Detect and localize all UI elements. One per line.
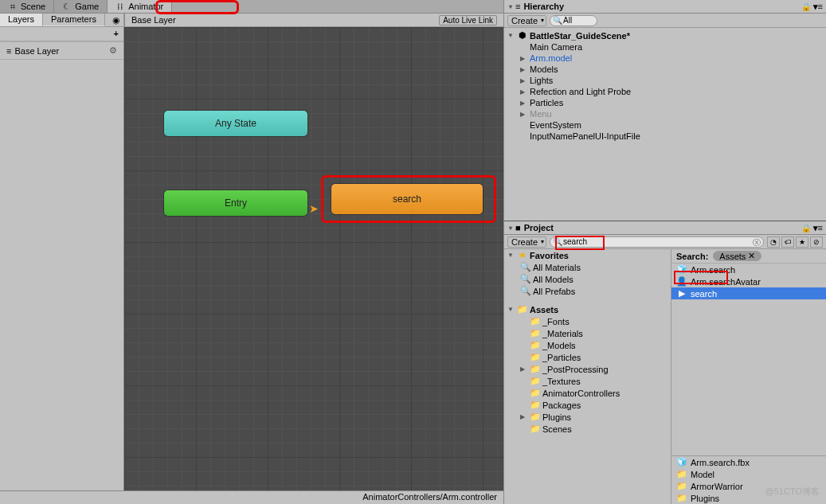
favorite-item[interactable]: 🔍All Prefabs: [504, 285, 671, 297]
project-result-item[interactable]: ▶search: [671, 287, 826, 299]
panel-menu-icon[interactable]: ▾≡: [813, 2, 823, 12]
hierarchy-item[interactable]: ▶Lights: [504, 75, 826, 86]
filter-icon[interactable]: ◔: [767, 236, 780, 248]
hidden-icon[interactable]: ⊘: [810, 236, 823, 248]
asset-folder[interactable]: 📁_Models: [504, 339, 671, 351]
breadcrumb: Base Layer: [131, 15, 176, 25]
hierarchy-item[interactable]: InputNamePanelUI-InputFile: [504, 131, 826, 142]
layer-label: Base Layer: [14, 46, 59, 56]
asset-folder[interactable]: 📁Scenes: [504, 423, 671, 435]
scene-icon: ⌗: [8, 2, 18, 12]
layers-tab[interactable]: Layers: [0, 14, 43, 26]
scene-name: BattleStar_GuideScene*: [530, 31, 630, 41]
auto-live-link-button[interactable]: Auto Live Link: [439, 15, 497, 25]
highlight-search-node: [321, 175, 496, 223]
clear-icon[interactable]: ⓧ: [753, 237, 761, 248]
hierarchy-tree[interactable]: ▼⬢ BattleStar_GuideScene* Main Camera▶Ar…: [504, 28, 826, 221]
star-icon[interactable]: ★: [796, 236, 808, 248]
highlight-animator-tab: [155, 0, 239, 14]
search-label: Search:: [676, 252, 708, 261]
hierarchy-item[interactable]: ▶Refection and Light Probe: [504, 86, 826, 97]
watermark: @51CTO博客: [765, 486, 820, 498]
assets-label: Assets: [530, 305, 558, 315]
animator-icon: ⁞⁞: [115, 2, 125, 12]
project-title: Project: [524, 223, 554, 232]
hierarchy-item[interactable]: EventSystem: [504, 119, 826, 131]
favorite-item[interactable]: 🔍All Models: [504, 273, 671, 285]
unity-icon: ⬢: [517, 30, 528, 41]
asset-folder[interactable]: 📁_Fonts: [504, 315, 671, 327]
panel-tri-icon: ▾: [509, 225, 512, 232]
asset-folder[interactable]: 📁Packages: [504, 399, 671, 411]
game-tab[interactable]: ☾Game: [54, 0, 108, 13]
asset-folder[interactable]: 📁_Particles: [504, 351, 671, 363]
highlight-search-field: [555, 236, 605, 250]
project-footer-item[interactable]: 📁Model: [671, 468, 826, 480]
search-icon: 🔍: [553, 16, 562, 25]
hierarchy-title: Hierarchy: [523, 2, 564, 11]
gear-icon[interactable]: ⚙: [109, 45, 117, 56]
panel-tri-icon: ▾: [509, 3, 512, 10]
hierarchy-item[interactable]: Main Camera: [504, 41, 826, 53]
project-folders[interactable]: ▼★Favorites 🔍All Materials🔍All Models🔍Al…: [504, 249, 671, 504]
parameters-tab[interactable]: Parameters: [43, 14, 105, 26]
hierarchy-item[interactable]: ▶Particles: [504, 97, 826, 108]
node-entry[interactable]: Entry: [164, 190, 307, 216]
hierarchy-item[interactable]: ▶Menu: [504, 108, 826, 119]
main-tabs: ⌗Scene ☾Game ⁞⁞Animator: [0, 0, 503, 14]
asset-folder[interactable]: 📁_Materials: [504, 327, 671, 339]
layer-row[interactable]: ≡Base Layer ⚙: [0, 41, 123, 60]
scene-tab[interactable]: ⌗Scene: [0, 0, 54, 13]
game-icon: ☾: [62, 2, 72, 12]
hierarchy-item[interactable]: ▶Arm.model: [504, 53, 826, 64]
animator-path: AnimatorControllers/Arm.controller: [0, 490, 503, 504]
transition-arrow: ➤: [309, 202, 319, 215]
project-results[interactable]: 🧊Arm.search👤Arm.searchAvatar▶search: [671, 264, 826, 455]
highlight-search-result: [674, 271, 728, 284]
asset-folder[interactable]: ▶📁Plugins: [504, 411, 671, 423]
scene-tab-label: Scene: [21, 2, 45, 11]
hierarchy-create-button[interactable]: Create: [507, 15, 546, 26]
assets-filter-pill[interactable]: Assets✕: [713, 251, 761, 261]
favorites-label: Favorites: [530, 251, 569, 260]
assets-row[interactable]: ▼📁Assets: [504, 303, 671, 315]
label-icon[interactable]: 🏷: [781, 236, 794, 248]
asset-folder[interactable]: 📁AnimatorControllers: [504, 387, 671, 399]
hierarchy-item[interactable]: ▶Models: [504, 64, 826, 75]
asset-folder[interactable]: 📁_Textures: [504, 375, 671, 387]
eye-toggle[interactable]: ◉: [105, 14, 124, 26]
project-create-button[interactable]: Create: [507, 236, 546, 248]
asset-folder[interactable]: ▶📁_PostProcessing: [504, 363, 671, 375]
scene-row[interactable]: ▼⬢ BattleStar_GuideScene*: [504, 29, 826, 41]
node-any-state[interactable]: Any State: [164, 111, 307, 136]
lock-icon[interactable]: 🔒: [801, 2, 811, 11]
layer-lines-icon: ≡: [6, 46, 11, 56]
lock-icon[interactable]: 🔒: [801, 224, 811, 232]
game-tab-label: Game: [75, 2, 99, 11]
hierarchy-filter-input[interactable]: [563, 16, 584, 25]
add-layer-button[interactable]: +: [114, 29, 119, 39]
hierarchy-search[interactable]: 🔍: [550, 15, 597, 26]
favorite-item[interactable]: 🔍All Materials: [504, 261, 671, 273]
favorites-row[interactable]: ▼★Favorites: [504, 249, 671, 261]
project-footer-item[interactable]: 🧊Arm.search.fbx: [671, 456, 826, 468]
panel-menu-icon[interactable]: ▾≡: [813, 223, 823, 233]
animator-graph[interactable]: Any State Entry ➤ search: [124, 27, 503, 490]
